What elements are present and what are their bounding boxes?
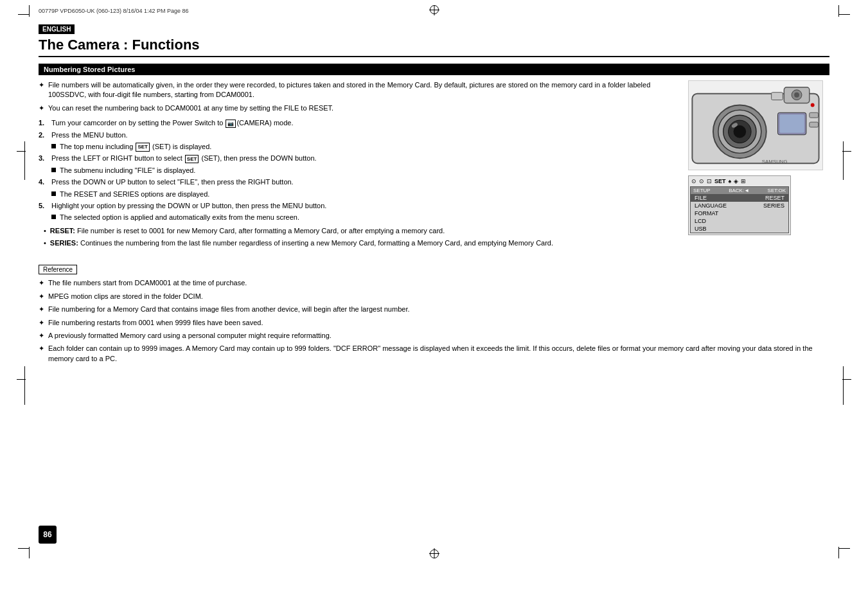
reg-bottom-circle	[430, 549, 439, 558]
round-dot-2: •	[44, 238, 46, 248]
step-3-text: Press the LEFT or RIGHT button to select…	[51, 154, 317, 163]
crop-mark-tr-v	[838, 5, 839, 17]
diamond-icon-2: ✦	[39, 103, 44, 113]
step-5: 5. Highlight your option by pressing the…	[39, 201, 675, 211]
step-3-sub: The submenu including "FILE" is displaye…	[51, 166, 675, 175]
ref-bullet-3-text: File numbering for a Memory Card that co…	[48, 305, 410, 314]
set-icon-badge-1: SET	[136, 143, 150, 151]
camera-image: SAMSUNG	[688, 80, 823, 170]
svg-rect-11	[810, 112, 819, 118]
menu-box: ⊙ ⊙ ⊡ SET ♠ ◈ ⊞ SETUP BACK:◄ SET:OK	[688, 175, 791, 235]
ref-diamond-2: ✦	[39, 292, 44, 301]
menu-icon-4: ♠	[729, 178, 732, 184]
menu-icon-set: SET	[714, 178, 726, 184]
crop-mark-tl-h	[18, 14, 30, 15]
right-margin-v-top	[843, 141, 844, 180]
step-4-sub-text: The RESET and SERIES options are display…	[60, 190, 209, 199]
set-icon-badge-2: SET	[185, 155, 199, 163]
sub-square-icon-3	[51, 191, 56, 196]
menu-icon-5: ◈	[734, 178, 738, 184]
content-left: ✦ File numbers will be automatically giv…	[39, 80, 675, 253]
menu-row-file: FILE RESET	[691, 194, 788, 202]
ref-bullet-4-text: File numbering restarts from 0001 when 9…	[48, 318, 263, 328]
svg-point-15	[811, 103, 815, 107]
sub-square-icon	[51, 144, 56, 148]
step-4-text: Press the DOWN or UP button to select "F…	[51, 177, 294, 187]
intro-bullet-1: ✦ File numbers will be automatically giv…	[39, 80, 675, 100]
main-content: ENGLISH The Camera : Functions Numbering…	[39, 24, 829, 542]
menu-icons-row: ⊙ ⊙ ⊡ SET ♠ ◈ ⊞	[690, 177, 789, 185]
menu-icon-3: ⊡	[707, 178, 712, 184]
step-3-num: 3.	[39, 154, 48, 163]
menu-series-label: SERIES	[763, 202, 784, 209]
sub-square-icon-2	[51, 168, 56, 172]
svg-rect-12	[810, 122, 819, 127]
page-container: 00779P VPD6050-UK (060-123) 8/16/04 1:42…	[0, 0, 868, 613]
step-1-text: Turn your camcorder on by setting the Po…	[51, 118, 293, 128]
intro-bullet-2: ✦ You can reset the numbering back to DC…	[39, 103, 675, 113]
numbered-steps: 1. Turn your camcorder on by setting the…	[39, 118, 675, 223]
ref-diamond-1: ✦	[39, 278, 44, 288]
ref-bullet-5-text: A previously formatted Memory card using…	[48, 331, 332, 341]
step-2-text: Press the MENU button.	[51, 130, 128, 140]
step-5-sub: The selected option is applied and autom…	[51, 213, 675, 222]
menu-file-label: FILE	[695, 195, 707, 201]
svg-rect-10	[772, 93, 783, 100]
ref-bullet-5: ✦ A previously formatted Memory card usi…	[39, 331, 829, 341]
menu-row-lcd: LCD	[691, 217, 788, 225]
ref-diamond-4: ✦	[39, 318, 44, 328]
reference-box: Reference	[39, 265, 77, 274]
svg-point-5	[734, 125, 747, 138]
crop-mark-tl-v	[29, 5, 30, 17]
menu-icon-2: ⊙	[699, 178, 704, 184]
step-2-sub-text: The top menu including SET (SET) is disp…	[60, 142, 211, 152]
content-row: ✦ File numbers will be automatically giv…	[39, 80, 829, 253]
ref-bullet-1: ✦ The file numbers start from DCAM0001 a…	[39, 278, 829, 288]
crop-mark-br-h	[838, 548, 850, 549]
step-4: 4. Press the DOWN or UP button to select…	[39, 177, 675, 187]
step-5-num: 5.	[39, 201, 48, 211]
english-badge: ENGLISH	[39, 24, 75, 34]
crop-mark-br-v	[838, 547, 839, 558]
menu-row-usb: USB	[691, 225, 788, 233]
menu-header-back: BACK:◄	[729, 188, 749, 193]
menu-lcd-label: LCD	[695, 218, 706, 224]
menu-table: SETUP BACK:◄ SET:OK FILE RESET LANGUAGE …	[690, 186, 789, 233]
ref-bullet-1-text: The file numbers start from DCAM0001 at …	[48, 278, 247, 288]
step-2-num: 2.	[39, 130, 48, 140]
series-bullet: • SERIES: Continues the numbering from t…	[44, 238, 675, 248]
reference-bullets: ✦ The file numbers start from DCAM0001 a…	[39, 278, 829, 364]
ref-bullet-6: ✦ Each folder can contain up to 9999 ima…	[39, 344, 829, 364]
section-header: Numbering Stored Pictures	[39, 64, 829, 75]
menu-usb-label: USB	[695, 226, 707, 232]
menu-table-header: SETUP BACK:◄ SET:OK	[691, 187, 788, 194]
right-margin-h-bottom	[842, 379, 851, 380]
camera-icon-badge: 📷	[226, 120, 236, 128]
menu-language-label: LANGUAGE	[695, 202, 727, 209]
ref-diamond-3: ✦	[39, 305, 44, 314]
step-1-num: 1.	[39, 118, 48, 128]
right-margin-h-top	[842, 151, 851, 152]
menu-header-setup: SETUP	[693, 188, 711, 193]
menu-icon-1: ⊙	[691, 178, 696, 184]
page-number-badge: 86	[39, 526, 57, 544]
step-4-sub: The RESET and SERIES options are display…	[51, 190, 675, 199]
series-text: SERIES: Continues the numbering from the…	[50, 238, 553, 248]
step-5-text: Highlight your option by pressing the DO…	[51, 201, 326, 211]
menu-icon-6: ⊞	[741, 178, 746, 184]
sub-square-icon-4	[51, 215, 56, 219]
left-margin-h-bottom	[17, 379, 26, 380]
step-4-num: 4.	[39, 177, 48, 187]
page-title: The Camera : Functions	[39, 37, 829, 57]
step-5-sub-text: The selected option is applied and autom…	[60, 213, 299, 222]
ref-bullet-2: ✦ MPEG motion clips are stored in the fo…	[39, 292, 829, 301]
menu-header-set: SET:OK	[768, 188, 786, 193]
ref-bullet-2-text: MPEG motion clips are stored in the fold…	[48, 292, 203, 301]
left-margin-v-top	[24, 141, 25, 180]
ref-bullet-6-text: Each folder can contain up to 9999 image…	[48, 344, 829, 364]
menu-format-label: FORMAT	[695, 210, 718, 217]
intro-bullets: ✦ File numbers will be automatically giv…	[39, 80, 675, 113]
crop-mark-bl-v	[29, 547, 30, 558]
ref-diamond-6: ✦	[39, 344, 44, 364]
intro-bullet-1-text: File numbers will be automatically given…	[48, 80, 675, 100]
